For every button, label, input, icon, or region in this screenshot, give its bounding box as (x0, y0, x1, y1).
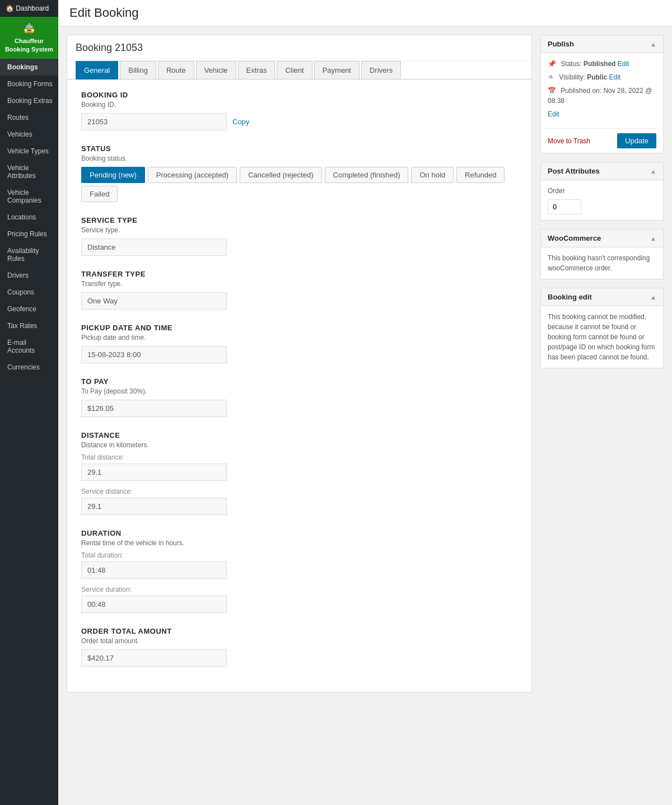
woocommerce-header[interactable]: WooCommerce ▲ (541, 230, 663, 247)
status-row: 📌 Status: Published Edit (548, 59, 656, 69)
sidebar-item-routes[interactable]: Routes (0, 109, 58, 126)
sidebar-item-vehicles[interactable]: Vehicles (0, 126, 58, 143)
sidebar-item-vehicle-companies[interactable]: Vehicle Companies (0, 184, 58, 209)
duration-desc: Rental time of the vehicle in hours. (81, 539, 517, 547)
published-row: 📅 Published on: Nov 28, 2022 @ 08:38 (548, 86, 656, 106)
total-duration-group: Total duration: (81, 551, 517, 579)
sidebar-item-tax-rates[interactable]: Tax Rates (0, 317, 58, 334)
published-edit-row: Edit (548, 109, 656, 119)
sidebar-item-geofence[interactable]: Geofence (0, 301, 58, 317)
copy-link[interactable]: Copy (232, 118, 249, 126)
update-button[interactable]: Update (617, 133, 656, 148)
sidebar-item-booking-extras[interactable]: Booking Extras (0, 92, 58, 109)
service-duration-input[interactable] (81, 596, 227, 613)
tab-extras[interactable]: Extras (238, 61, 276, 79)
status-section: STATUS Booking status. Pending (new) Pro… (81, 144, 517, 202)
to-pay-title: TO PAY (81, 377, 517, 386)
order-total-title: ORDER TOTAL AMOUNT (81, 627, 517, 635)
status-edit-link[interactable]: Edit (618, 60, 629, 68)
booking-id-desc: Booking ID. (81, 101, 517, 109)
status-title: STATUS (81, 144, 517, 153)
service-type-title: SERVICE TYPE (81, 216, 517, 224)
sidebar-item-email-accounts[interactable]: E-mail Accounts (0, 334, 58, 359)
sidebar-item-locations[interactable]: Locations (0, 209, 58, 226)
pickup-datetime-input[interactable] (81, 346, 227, 363)
order-label-row: Order (548, 186, 656, 196)
booking-edit-box: Booking edit ▲ This booking cannot be mo… (540, 288, 664, 368)
page-header: Edit Booking (58, 0, 672, 26)
transfer-type-input[interactable] (81, 292, 227, 310)
booking-edit-message: This booking cannot be modified, because… (548, 312, 656, 362)
logo-icon: 🚖 (4, 22, 54, 35)
woocommerce-box: WooCommerce ▲ This booking hasn't corres… (540, 229, 664, 279)
status-btn-failed[interactable]: Failed (81, 186, 118, 202)
sidebar-item-pricing-rules[interactable]: Pricing Rules (0, 226, 58, 242)
sidebar-item-vehicle-attributes[interactable]: Vehicle Attributes (0, 160, 58, 184)
tab-payment[interactable]: Payment (314, 61, 360, 79)
pickup-datetime-section: PICKUP DATE AND TIME Pickup date and tim… (81, 324, 517, 363)
visibility-row: 👁 Visibility: Public Edit (548, 72, 656, 82)
service-type-section: SERVICE TYPE Service type. (81, 216, 517, 256)
sidebar-item-availability-rules[interactable]: Availability Rules (0, 242, 58, 267)
booking-id-input[interactable] (81, 113, 227, 130)
total-duration-label: Total duration: (81, 551, 517, 559)
order-input[interactable] (548, 199, 581, 214)
status-btn-onhold[interactable]: On hold (411, 167, 454, 183)
status-btn-processing[interactable]: Processing (accepted) (148, 167, 237, 183)
total-duration-input[interactable] (81, 561, 227, 579)
booking-title: Booking 21053 (67, 35, 531, 61)
publish-box-body: 📌 Status: Published Edit 👁 Visibility: P… (541, 53, 663, 128)
status-btn-cancelled[interactable]: Cancelled (rejected) (240, 167, 321, 183)
tab-vehicle[interactable]: Vehicle (196, 61, 236, 79)
booking-edit-body: This booking cannot be modified, because… (541, 306, 663, 368)
sidebar-item-coupons[interactable]: Coupons (0, 284, 58, 301)
form-content: BOOKING ID Booking ID. Copy STATUS Booki… (67, 79, 531, 692)
booking-edit-toggle-icon: ▲ (650, 294, 656, 301)
booking-panel: Booking 21053 General Billing Route Vehi… (67, 35, 532, 692)
post-attributes-header[interactable]: Post Attributes ▲ (541, 162, 663, 180)
tab-client[interactable]: Client (277, 61, 312, 79)
sidebar-section-bookings[interactable]: Bookings (0, 59, 58, 76)
status-desc: Booking status. (81, 155, 517, 162)
page-title: Edit Booking (69, 6, 139, 20)
published-edit-link[interactable]: Edit (548, 110, 559, 118)
right-panel: Publish ▲ 📌 Status: Published Edit 👁 Vis… (540, 35, 664, 377)
duration-section: DURATION Rental time of the vehicle in h… (81, 529, 517, 613)
sidebar-item-booking-forms[interactable]: Booking Forms (0, 76, 58, 92)
trash-link[interactable]: Move to Trash (548, 137, 590, 145)
pickup-datetime-title: PICKUP DATE AND TIME (81, 324, 517, 332)
pickup-datetime-desc: Pickup date and time. (81, 334, 517, 341)
transfer-type-desc: Transfer type. (81, 280, 517, 288)
booking-id-section: BOOKING ID Booking ID. Copy (81, 91, 517, 130)
total-distance-label: Total distance: (81, 453, 517, 461)
sidebar-item-vehicle-types[interactable]: Vehicle Types (0, 143, 58, 160)
distance-title: DISTANCE (81, 431, 517, 439)
woocommerce-toggle-icon: ▲ (650, 235, 656, 242)
to-pay-input[interactable] (81, 400, 227, 417)
sidebar-item-currencies[interactable]: Currencies (0, 359, 58, 376)
status-btn-pending[interactable]: Pending (new) (81, 167, 145, 183)
transfer-type-section: TRANSFER TYPE Transfer type. (81, 270, 517, 310)
tab-billing[interactable]: Billing (120, 61, 156, 79)
post-attributes-toggle-icon: ▲ (650, 168, 656, 175)
publish-box-header[interactable]: Publish ▲ (541, 35, 663, 53)
to-pay-desc: To Pay (deposit 30%). (81, 387, 517, 395)
service-distance-input[interactable] (81, 498, 227, 515)
booking-edit-header[interactable]: Booking edit ▲ (541, 288, 663, 306)
order-total-desc: Order total amount. (81, 637, 517, 645)
sidebar-item-drivers[interactable]: Drivers (0, 267, 58, 284)
service-type-input[interactable] (81, 238, 227, 256)
tab-general[interactable]: General (76, 61, 118, 79)
order-total-input[interactable] (81, 649, 227, 667)
status-btn-refunded[interactable]: Refunded (456, 167, 505, 183)
total-distance-input[interactable] (81, 464, 227, 481)
sidebar-item-dashboard[interactable]: 🏠 Dashboard (0, 0, 58, 17)
tab-drivers[interactable]: Drivers (361, 61, 401, 79)
status-btn-completed[interactable]: Completed (finished) (325, 167, 409, 183)
to-pay-section: TO PAY To Pay (deposit 30%). (81, 377, 517, 417)
sidebar: 🏠 Dashboard 🚖 Chauffeur Booking System B… (0, 0, 58, 805)
visibility-edit-link[interactable]: Edit (609, 73, 621, 81)
duration-title: DURATION (81, 529, 517, 537)
service-distance-label: Service distance: (81, 488, 517, 495)
tab-route[interactable]: Route (158, 61, 194, 79)
